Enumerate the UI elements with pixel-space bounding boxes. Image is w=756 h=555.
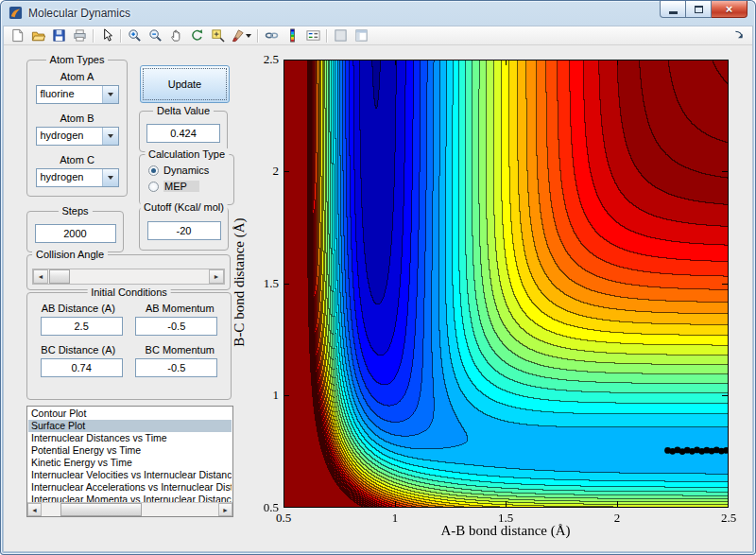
minimize-button[interactable] (660, 1, 686, 18)
x-tick-label: 2.5 (708, 511, 749, 526)
ab-distance-input[interactable] (41, 317, 123, 336)
mep-radio-label: MEP (163, 181, 199, 192)
atom-a-label: Atom A (27, 71, 127, 82)
bc-distance-label: BC Distance (A) (27, 344, 129, 356)
brush-dropdown-caret[interactable] (246, 34, 251, 38)
initial-conditions-title: Initial Conditions (87, 286, 171, 298)
atom-c-dropdown[interactable]: hydrogen (36, 168, 119, 187)
zoom-in-icon[interactable] (124, 27, 145, 43)
minimize-icon (669, 11, 678, 14)
slider-thumb[interactable] (49, 269, 70, 284)
link-plot-icon[interactable] (261, 27, 282, 43)
figure-toolbar (4, 26, 752, 45)
ab-momentum-label: AB Momentum (129, 303, 232, 314)
plot-list-item[interactable]: Internuclear Momenta vs Internuclear Dis… (28, 494, 232, 502)
plot-list-item[interactable]: Potential Energy vs Time (28, 444, 232, 457)
update-button[interactable]: Update (140, 65, 230, 103)
new-figure-icon[interactable] (7, 27, 27, 43)
plot-type-list: Contour Plot Surface Plot Internuclear D… (28, 408, 232, 502)
atom-c-label: Atom C (27, 154, 127, 165)
scrollbar-right-arrow[interactable]: ► (218, 503, 232, 516)
show-plot-tools-icon[interactable] (351, 27, 371, 43)
bc-distance-input[interactable] (41, 358, 123, 377)
atom-a-dropdown[interactable]: fluorine (36, 85, 119, 104)
listbox-horizontal-scrollbar[interactable]: ◄ ► (27, 502, 232, 516)
chevron-down-icon (108, 176, 113, 180)
atom-b-dropdown[interactable]: hydrogen (36, 127, 119, 146)
scrollbar-track[interactable] (42, 503, 218, 516)
zoom-out-icon[interactable] (145, 27, 165, 43)
insert-colorbar-icon[interactable] (282, 27, 302, 43)
cutoff-input[interactable] (147, 221, 221, 240)
atom-c-dropdown-button[interactable] (102, 169, 118, 186)
dock-figure-icon[interactable] (729, 27, 749, 43)
calculation-type-title: Calculation Type (145, 148, 229, 160)
dynamics-radio[interactable] (148, 165, 159, 176)
delta-value-input[interactable] (146, 124, 220, 143)
calculation-type-panel: Calculation Type Dynamics MEP (139, 154, 234, 205)
mep-radio[interactable] (148, 182, 159, 192)
ab-momentum-input[interactable] (135, 317, 217, 336)
steps-input[interactable] (35, 224, 116, 243)
save-figure-icon[interactable] (48, 27, 69, 43)
toolbar-separator (257, 29, 258, 43)
slider-right-arrow[interactable]: ► (209, 269, 224, 284)
dynamics-radio-label: Dynamics (163, 165, 209, 176)
plot-list-item[interactable]: Surface Plot (28, 420, 232, 432)
toolbar-separator (326, 29, 327, 43)
y-tick-label: 0.5 (247, 500, 279, 515)
plot-list-item[interactable]: Internuclear Accelerations vs Internucle… (28, 481, 232, 494)
plot-type-listbox[interactable]: Contour Plot Surface Plot Internuclear D… (26, 406, 233, 517)
ab-distance-label: AB Distance (A) (27, 303, 129, 314)
close-button[interactable]: × (712, 1, 747, 18)
data-cursor-icon[interactable] (207, 27, 228, 43)
slider-left-arrow[interactable]: ◄ (33, 269, 48, 284)
plot-list-item[interactable]: Kinetic Energy vs Time (28, 457, 232, 469)
atom-c-value: hydrogen (41, 171, 84, 182)
scrollbar-left-arrow[interactable]: ◄ (27, 503, 42, 516)
atom-a-dropdown-button[interactable] (102, 86, 118, 103)
atom-types-panel: Atom Types Atom A fluorine Atom B hydrog… (26, 60, 128, 197)
window-title: Molecular Dynamics (28, 7, 130, 20)
steps-title: Steps (58, 205, 92, 217)
collision-angle-title: Collision Angle (32, 249, 108, 260)
bc-momentum-input[interactable] (135, 358, 217, 377)
chevron-down-icon (108, 134, 113, 138)
hide-plot-tools-icon[interactable] (330, 27, 351, 43)
x-tick-label: 2 (596, 511, 638, 526)
collision-angle-panel: Collision Angle ◄ ► (26, 254, 231, 290)
x-tick-label: 1.5 (485, 511, 526, 526)
plot-list-item[interactable]: Internuclear Velocities vs Internuclear … (28, 469, 232, 481)
y-tick-label: 2.5 (247, 52, 279, 67)
mep-radio-row[interactable]: MEP (148, 181, 233, 192)
pan-hand-icon[interactable] (165, 27, 186, 43)
titlebar: Molecular Dynamics × (0, 0, 756, 26)
brush-icon[interactable] (228, 27, 254, 43)
edit-plot-icon[interactable] (96, 27, 117, 43)
open-file-icon[interactable] (27, 27, 48, 43)
y-tick-label: 1 (247, 388, 279, 403)
workspace: Atom Types Atom A fluorine Atom B hydrog… (3, 44, 753, 552)
contour-plot[interactable] (284, 60, 729, 508)
print-figure-icon[interactable] (69, 27, 90, 43)
collision-angle-slider[interactable]: ◄ ► (32, 269, 225, 285)
slider-track[interactable] (48, 269, 209, 284)
x-tick-label: 1 (374, 511, 416, 526)
bc-momentum-label: BC Momentum (129, 344, 232, 356)
dynamics-radio-row[interactable]: Dynamics (148, 165, 233, 176)
atom-b-dropdown-button[interactable] (102, 128, 118, 145)
atom-b-label: Atom B (27, 113, 127, 124)
atom-a-value: fluorine (41, 88, 75, 99)
rotate-3d-icon[interactable] (186, 27, 207, 43)
scrollbar-thumb[interactable] (60, 503, 142, 516)
atom-b-value: hydrogen (41, 130, 84, 141)
app-window: Molecular Dynamics × (0, 0, 756, 555)
window-buttons: × (660, 1, 747, 18)
initial-conditions-panel: Initial Conditions AB Distance (A) AB Mo… (26, 292, 232, 400)
plot-list-item[interactable]: Internuclear Distances vs Time (28, 432, 232, 444)
maximize-button[interactable] (686, 1, 712, 18)
plot-list-item[interactable]: Contour Plot (28, 408, 232, 420)
delta-value-title: Delta Value (153, 105, 214, 116)
insert-legend-icon[interactable] (302, 27, 323, 43)
toolbar-separator (93, 29, 94, 43)
